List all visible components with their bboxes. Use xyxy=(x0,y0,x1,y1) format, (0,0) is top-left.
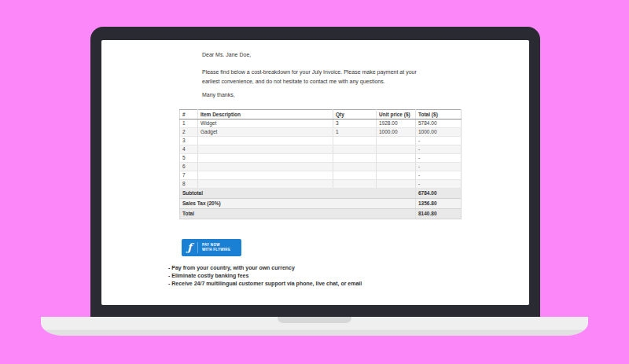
table-row: 1 Widget 3 1928.00 5784.00 xyxy=(180,119,462,128)
cell-total: - xyxy=(416,154,462,163)
total-value: 8140.80 xyxy=(416,209,462,219)
email-greeting: Dear Ms. Jane Doe, xyxy=(202,51,251,59)
header-unit-price: Unit price ($) xyxy=(377,110,416,119)
sales-tax-row: Sales Tax (20%) 1356.80 xyxy=(180,199,462,209)
cell-desc xyxy=(198,154,333,163)
benefits-list: - Pay from your country, with your own c… xyxy=(168,264,362,288)
cell-desc xyxy=(198,137,333,145)
cell-desc: Widget xyxy=(198,119,333,128)
cell-qty xyxy=(333,171,377,180)
pay-now-button[interactable]: ƒ PAY NOW WITH FLYWIRE xyxy=(182,239,241,256)
table-row: 7 - xyxy=(180,171,462,180)
laptop-base xyxy=(41,317,588,336)
header-qty: Qty xyxy=(333,110,377,119)
cell-unit: 1000.00 xyxy=(377,128,416,137)
total-row: Total 8140.80 xyxy=(180,209,462,219)
cell-unit xyxy=(377,137,416,145)
total-label: Total xyxy=(180,209,416,219)
cell-total: - xyxy=(416,180,462,189)
laptop-frame: Dear Ms. Jane Doe, Please find below a c… xyxy=(90,27,540,317)
sales-tax-label: Sales Tax (20%) xyxy=(180,199,416,209)
flywire-f-icon: ƒ xyxy=(182,239,197,256)
cell-unit xyxy=(377,145,416,154)
cell-num: 8 xyxy=(180,180,198,189)
cell-total: - xyxy=(416,171,462,180)
laptop-base-notch xyxy=(278,317,351,323)
cell-unit xyxy=(377,154,416,163)
cell-qty xyxy=(333,180,377,189)
header-total: Total ($) xyxy=(416,110,462,119)
email-body: Please find below a cost-breakdown for y… xyxy=(202,68,438,86)
cell-qty xyxy=(333,137,377,145)
cell-num: 5 xyxy=(180,154,198,163)
pink-background: Dear Ms. Jane Doe, Please find below a c… xyxy=(0,0,629,364)
cell-desc: Gadget xyxy=(198,128,333,137)
cell-qty: 1 xyxy=(333,128,377,137)
subtotal-value: 6784.00 xyxy=(416,189,462,199)
header-number: # xyxy=(180,110,198,119)
header-item-description: Item Description xyxy=(198,110,333,119)
table-row: 4 - xyxy=(180,145,462,154)
table-row: 5 - xyxy=(180,154,462,163)
table-row: 8 - xyxy=(180,180,462,189)
cell-total: - xyxy=(416,163,462,171)
table-row: 2 Gadget 1 1000.00 1000.00 xyxy=(180,128,462,137)
benefit-item: - Receive 24/7 multilingual customer sup… xyxy=(168,280,362,288)
cell-num: 7 xyxy=(180,171,198,180)
cell-desc xyxy=(198,171,333,180)
cell-total: - xyxy=(416,145,462,154)
benefit-item: - Eliminate costly banking fees xyxy=(168,272,362,280)
table-row: 3 - xyxy=(180,137,462,145)
benefit-item: - Pay from your country, with your own c… xyxy=(168,264,362,272)
pay-button-label: PAY NOW WITH FLYWIRE xyxy=(198,243,230,252)
cell-num: 6 xyxy=(180,163,198,171)
sales-tax-value: 1356.80 xyxy=(416,199,462,209)
cell-num: 4 xyxy=(180,145,198,154)
cell-desc xyxy=(198,163,333,171)
laptop-screen: Dear Ms. Jane Doe, Please find below a c… xyxy=(101,40,529,305)
cell-qty xyxy=(333,163,377,171)
invoice-table: # Item Description Qty Unit price ($) To… xyxy=(179,109,462,219)
cell-total: 1000.00 xyxy=(416,128,462,137)
table-row: 6 - xyxy=(180,163,462,171)
subtotal-row: Subtotal 6784.00 xyxy=(180,189,462,199)
cell-total: - xyxy=(416,137,462,145)
pay-button-line2: WITH FLYWIRE xyxy=(202,248,230,252)
email-closing: Many thanks, xyxy=(202,91,235,99)
cell-qty xyxy=(333,145,377,154)
cell-qty: 3 xyxy=(333,119,377,128)
invoice-header-row: # Item Description Qty Unit price ($) To… xyxy=(180,110,462,119)
subtotal-label: Subtotal xyxy=(180,189,416,199)
cell-num: 2 xyxy=(180,128,198,137)
cell-total: 5784.00 xyxy=(416,119,462,128)
cell-unit xyxy=(377,163,416,171)
cell-unit xyxy=(377,171,416,180)
cell-qty xyxy=(333,154,377,163)
cell-desc xyxy=(198,145,333,154)
cell-num: 1 xyxy=(180,119,198,128)
cell-num: 3 xyxy=(180,137,198,145)
cell-unit xyxy=(377,180,416,189)
cell-unit: 1928.00 xyxy=(377,119,416,128)
cell-desc xyxy=(198,180,333,189)
